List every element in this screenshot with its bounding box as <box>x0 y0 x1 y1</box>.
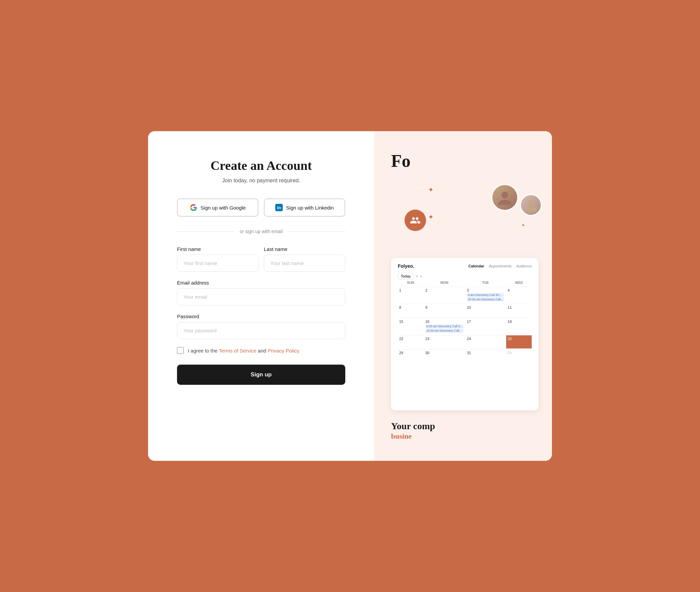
password-label: Password <box>177 313 345 319</box>
avatar-side-icon <box>521 195 541 215</box>
svg-point-1 <box>528 200 534 206</box>
google-icon <box>190 204 197 211</box>
name-fields-row: First name Last name <box>177 246 345 272</box>
email-label: Email address <box>177 280 345 286</box>
last-name-input[interactable] <box>264 255 345 272</box>
group-users-icon <box>410 215 421 226</box>
calendar-header: Folyeo. Calendar Appointments Audience <box>398 263 532 269</box>
calendar-today-button[interactable]: Today <box>398 273 414 280</box>
google-signup-button[interactable]: Sign up with Google <box>177 198 258 217</box>
cal-cell-22: 22 <box>398 335 423 348</box>
linkedin-icon: in <box>275 204 283 211</box>
bottom-text: Your comp busine <box>391 410 538 441</box>
day-header-wed: WED <box>506 280 532 286</box>
social-buttons-row: Sign up with Google in Sign up with Link… <box>177 198 345 217</box>
divider-text: or sign up with email <box>240 229 283 234</box>
cal-cell-2: 2 <box>424 287 465 303</box>
linkedin-signup-button[interactable]: in Sign up with Linkedin <box>264 198 345 217</box>
cal-cell-31: 31 <box>465 349 505 363</box>
cal-cell-4: 4 <box>506 287 532 303</box>
avatar-main <box>491 184 518 211</box>
divider-line-left <box>177 231 234 232</box>
sparkle-icon-3: ✦ <box>521 223 525 228</box>
divider-line-right <box>288 231 345 232</box>
calendar-nav: Today ‹ › <box>398 273 532 280</box>
day-header-sun: SUN <box>398 280 423 286</box>
cal-cell-feb: Fe <box>506 349 532 363</box>
calendar-grid: SUN MON TUE WED 1 2 39 am Discovery Call… <box>398 280 532 363</box>
cal-cell-24: 24 <box>465 335 505 348</box>
app-container: Create an Account Join today, no payment… <box>148 131 552 461</box>
cal-cell-1: 1 <box>398 287 423 303</box>
bottom-subheading: busine <box>391 432 538 441</box>
terms-checkbox-row: I agree to the Terms of Service and Priv… <box>177 347 345 354</box>
person-avatar-icon <box>496 189 513 206</box>
page-subtitle: Join today, no payment required. <box>177 178 345 184</box>
first-name-label: First name <box>177 246 258 252</box>
cal-cell-17: 17 <box>465 318 505 334</box>
last-name-label: Last name <box>264 246 345 252</box>
or-divider: or sign up with email <box>177 229 345 234</box>
cal-cell-30: 30 <box>424 349 465 363</box>
group-icon-bubble <box>405 210 426 231</box>
cal-cell-18: 18 <box>506 318 532 334</box>
signup-form-panel: Create an Account Join today, no payment… <box>148 131 374 461</box>
password-input[interactable] <box>177 322 345 339</box>
email-field-group: Email address <box>177 280 345 305</box>
page-title: Create an Account <box>177 158 345 173</box>
last-name-field-group: Last name <box>264 246 345 272</box>
email-input[interactable] <box>177 288 345 305</box>
calendar-tab-audience[interactable]: Audience <box>516 264 532 268</box>
calendar-nav-prev[interactable]: ‹ <box>416 274 418 279</box>
sparkle-icon-2: ✦ <box>428 213 434 221</box>
signup-button-label: Sign up <box>251 371 272 378</box>
cal-cell-29: 29 <box>398 349 423 363</box>
terms-text-middle: and <box>256 348 268 354</box>
password-field-group: Password <box>177 313 345 339</box>
cal-cell-15: 15 <box>398 318 423 334</box>
calendar-tab-active[interactable]: Calendar <box>468 264 484 268</box>
signup-button[interactable]: Sign up <box>177 365 345 385</box>
cal-cell-10: 10 <box>465 304 505 317</box>
terms-text-before: I agree to the <box>188 348 219 354</box>
calendar-nav-next[interactable]: › <box>420 274 422 279</box>
form-container: Create an Account Join today, no payment… <box>177 158 345 385</box>
avatar-person-icon <box>492 185 517 210</box>
terms-link[interactable]: Terms of Service <box>219 348 256 354</box>
day-header-mon: MON <box>424 280 465 286</box>
calendar-brand: Folyeo. <box>398 263 414 269</box>
first-name-field-group: First name <box>177 246 258 272</box>
person-avatar-side-icon <box>524 198 538 212</box>
cal-cell-9: 9 <box>424 304 465 317</box>
cal-cell-3: 39 am Discovery Call 3C...10:30 am Disco… <box>465 287 505 303</box>
google-button-label: Sign up with Google <box>201 205 246 211</box>
cal-cell-8: 8 <box>398 304 423 317</box>
svg-point-0 <box>501 192 508 198</box>
right-panel: Fo <box>374 131 552 461</box>
bottom-heading: Your comp <box>391 420 538 432</box>
avatars-area: ✦ ✦ ✦ <box>391 181 538 241</box>
cal-cell-25: 25 <box>506 335 532 348</box>
calendar-tab-appointments[interactable]: Appointments <box>489 264 512 268</box>
cal-cell-16: 169:00 am Discovery Call 3...10:30 am Di… <box>424 318 465 334</box>
calendar-tabs: Calendar Appointments Audience <box>468 264 532 268</box>
avatar-side <box>520 194 542 216</box>
cal-cell-11: 11 <box>506 304 532 317</box>
terms-label: I agree to the Terms of Service and Priv… <box>188 348 300 354</box>
sparkle-icon-1: ✦ <box>428 186 434 194</box>
cal-cell-23: 23 <box>424 335 465 348</box>
privacy-link[interactable]: Privacy Policy. <box>268 348 300 354</box>
linkedin-button-label: Sign up with Linkedin <box>286 205 334 211</box>
first-name-input[interactable] <box>177 255 258 272</box>
day-header-tue: TUE <box>465 280 505 286</box>
calendar-card: Folyeo. Calendar Appointments Audience T… <box>391 258 538 410</box>
right-panel-heading: Fo <box>391 151 538 171</box>
terms-checkbox[interactable] <box>177 347 184 354</box>
